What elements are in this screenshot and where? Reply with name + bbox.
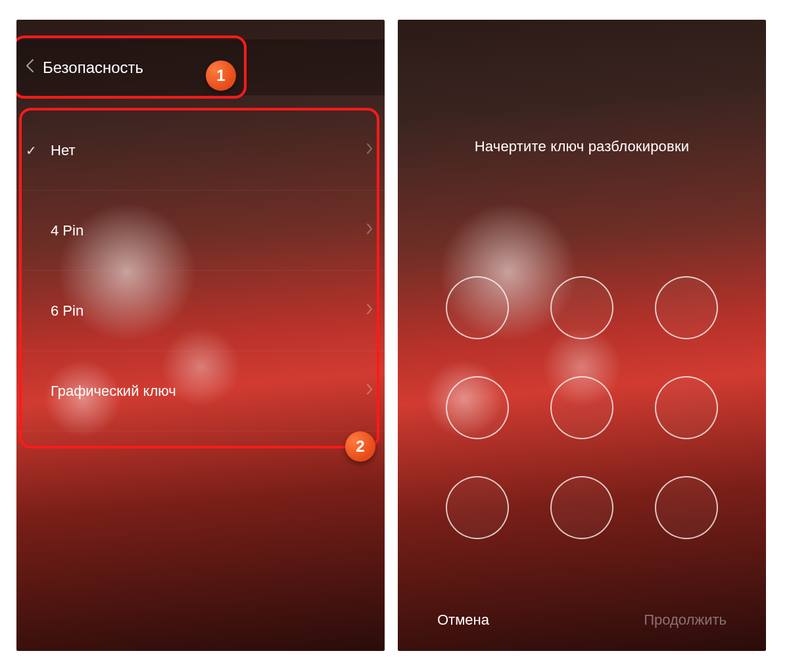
cancel-button[interactable]: Отмена [437,612,489,629]
pattern-dot-1[interactable] [446,276,509,339]
option-6pin[interactable]: 6 Pin [16,271,385,351]
option-label: 6 Pin [51,302,84,320]
pattern-dot-2[interactable] [550,276,613,339]
pattern-dot-5[interactable] [550,376,613,439]
back-icon[interactable] [20,59,39,77]
header-bar: Безопасность [16,39,385,95]
pattern-dot-7[interactable] [446,476,509,539]
option-label: Нет [51,142,75,159]
option-pattern[interactable]: Графический ключ [16,351,385,431]
option-label: 4 Pin [51,222,84,239]
continue-button[interactable]: Продолжить [644,612,727,629]
ui-overlay: Начертите ключ разблокировки Отмена Прод… [398,20,766,651]
screenshot-pattern-draw: Начертите ключ разблокировки Отмена Прод… [398,20,766,651]
chevron-right-icon [366,383,373,398]
pattern-dot-8[interactable] [550,476,613,539]
pattern-dot-4[interactable] [446,376,509,439]
chevron-right-icon [366,303,373,318]
lock-options-list: ✓ Нет 4 Pin 6 Pin Графический ключ [16,110,385,431]
callout-number: 2 [356,437,364,456]
checkmark-icon: ✓ [26,143,37,158]
chevron-right-icon [366,143,373,158]
pattern-dot-3[interactable] [655,276,718,339]
screenshot-security-settings: Безопасность ✓ Нет 4 Pin 6 Pin [16,20,385,651]
annotation-callout-2: 2 [345,431,375,462]
pattern-dot-6[interactable] [655,376,718,439]
pattern-dot-9[interactable] [655,476,718,539]
option-label: Графический ключ [51,383,176,400]
page-title: Безопасность [43,59,143,77]
chevron-right-icon [366,223,373,238]
option-none[interactable]: ✓ Нет [16,110,385,191]
bottom-action-bar: Отмена Продолжить [398,612,766,629]
option-4pin[interactable]: 4 Pin [16,191,385,271]
ui-overlay: Безопасность ✓ Нет 4 Pin 6 Pin [16,20,385,651]
instruction-text: Начертите ключ разблокировки [398,138,766,155]
pattern-grid[interactable] [444,276,720,539]
